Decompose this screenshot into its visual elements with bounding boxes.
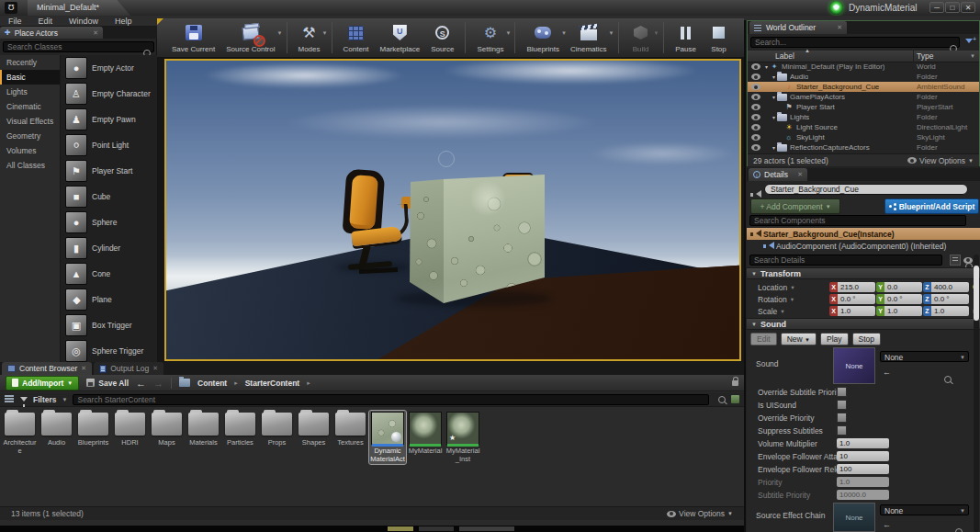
stop-button[interactable]: Stop [703, 21, 736, 55]
search-assets-input[interactable] [73, 394, 709, 405]
visibility-eye-icon[interactable] [751, 144, 760, 151]
category-lights[interactable]: Lights [0, 85, 60, 99]
actor-name-field[interactable] [764, 184, 968, 195]
place-item-sphere[interactable]: ●Sphere [61, 209, 157, 235]
chevron-down-icon[interactable]: ▼ [505, 30, 511, 36]
asset-mymaterial[interactable]: MyMaterial [407, 411, 444, 455]
menu-edit[interactable]: Edit [39, 17, 53, 26]
browse-icon[interactable] [955, 528, 963, 532]
place-item-player-start[interactable]: ⚑Player Start [61, 158, 157, 184]
forward-arrow-icon[interactable]: → [153, 377, 163, 390]
search-components-input[interactable] [749, 215, 966, 226]
folder-shapes[interactable]: Shapes [296, 411, 332, 447]
folder-architecture[interactable]: Architecture [2, 411, 38, 455]
new-button[interactable]: New ▼ [781, 333, 817, 345]
folder-materials[interactable]: Materials [186, 411, 221, 447]
envelope-release-field[interactable]: 100 [837, 464, 889, 474]
save-search-icon[interactable] [731, 395, 739, 403]
checkbox[interactable] [837, 387, 847, 397]
custom-filter-icon[interactable] [963, 37, 976, 48]
category-visual-effects[interactable]: Visual Effects [0, 114, 60, 129]
chevron-down-icon[interactable]: ▼ [277, 30, 283, 36]
visibility-eye-icon[interactable] [751, 84, 760, 90]
column-options-icon[interactable]: ▼ [970, 53, 975, 59]
scale-x-field[interactable]: X1.0 [829, 306, 875, 316]
use-selected-arrow-icon[interactable]: ← [883, 368, 891, 377]
details-tab[interactable]: i Details ✕ [749, 168, 807, 181]
place-item-empty-pawn[interactable]: ♟Empty Pawn [61, 107, 157, 132]
place-item-empty-character[interactable]: ♙Empty Character [61, 81, 157, 107]
cinematics-button[interactable]: Cinematics▼ [565, 21, 613, 55]
sound-section-header[interactable]: ▼Sound [747, 318, 980, 330]
folder-props[interactable]: Props [259, 411, 295, 447]
place-item-sphere-trigger[interactable]: ◎Sphere Trigger [61, 338, 157, 364]
sound-thumbnail[interactable]: None [833, 347, 875, 384]
scrollbar-thumb[interactable] [974, 266, 979, 321]
visibility-eye-icon[interactable] [751, 94, 760, 100]
edit-button[interactable]: Edit [750, 333, 777, 345]
restore-button[interactable]: □ [945, 2, 960, 13]
use-selected-arrow-icon[interactable]: ← [883, 520, 891, 529]
folder-hdri[interactable]: HDRI [112, 411, 148, 447]
level-tab[interactable]: Minimal_Default* [28, 0, 130, 16]
close-button[interactable]: ✕ [961, 2, 975, 13]
breadcrumb-chevron-icon[interactable]: ▸ [307, 379, 310, 387]
pause-button[interactable]: Pause [670, 21, 703, 55]
lock-icon[interactable] [732, 380, 738, 386]
outliner-search-input[interactable] [750, 37, 960, 48]
rotation-y-field[interactable]: Y0.0 ° [876, 294, 922, 304]
folder-textures[interactable]: Textures [332, 411, 368, 447]
place-item-cube[interactable]: ■Cube [61, 184, 157, 209]
place-item-box-trigger[interactable]: ▣Box Trigger [61, 312, 157, 338]
folder-particles[interactable]: Particles [222, 411, 258, 447]
checkbox[interactable] [837, 400, 847, 410]
category-all-classes[interactable]: All Classes [0, 158, 60, 173]
visibility-eye-icon[interactable] [751, 134, 760, 141]
category-basic[interactable]: Basic [0, 70, 60, 85]
viewport[interactable] [164, 59, 741, 361]
place-item-point-light[interactable]: ⚪Point Light [61, 132, 157, 158]
menu-file[interactable]: File [8, 17, 22, 26]
component-row-instance[interactable]: Starter_Background_Cue(Instance) [747, 228, 980, 240]
visibility-eye-icon[interactable] [751, 104, 760, 110]
source-effect-chain-dropdown[interactable]: None▼ [880, 504, 969, 515]
category-recently-placed[interactable]: Recently Placed [0, 55, 60, 70]
scale-y-field[interactable]: Y1.0 [876, 306, 922, 316]
close-tab-icon[interactable]: ✕ [152, 365, 158, 372]
folder-audio[interactable]: Audio [39, 411, 74, 447]
view-options-button[interactable]: View Options▼ [907, 156, 974, 165]
outliner-row-starter-background-cue[interactable]: ♪Starter_Background_CueAmbientSound [748, 82, 979, 92]
tab-output-log[interactable]: Output Log✕ [94, 362, 163, 375]
location-x-field[interactable]: X215.0 [829, 282, 875, 292]
volume-multiplier-field[interactable]: 1.0 [837, 438, 889, 448]
envelope-attack-field[interactable]: 10 [837, 451, 889, 461]
transform-section-header[interactable]: ▼Transform [747, 267, 980, 279]
asset-mymaterial-inst[interactable]: ★ MyMaterial_Inst [445, 411, 481, 463]
place-item-empty-actor[interactable]: ●Empty Actor [61, 55, 157, 81]
place-item-plane[interactable]: ◆Plane [61, 287, 157, 312]
chevron-down-icon[interactable]: ▼ [322, 30, 328, 36]
folder-blueprints[interactable]: Blueprints [75, 411, 111, 447]
modes-button[interactable]: ⚒Modes▼ [293, 21, 326, 55]
scale-z-field[interactable]: Z1.0 [923, 306, 969, 316]
outliner-row-audio[interactable]: ▾AudioFolder [748, 72, 979, 82]
back-arrow-icon[interactable]: ← [136, 377, 146, 390]
outliner-row-skylight[interactable]: ☼SkyLightSkyLight [748, 132, 979, 142]
category-geometry[interactable]: Geometry [0, 129, 60, 143]
play-button[interactable]: Play [820, 333, 849, 345]
chevron-down-icon[interactable]: ▼ [62, 397, 68, 402]
chevron-down-icon[interactable]: ▼ [790, 297, 794, 302]
source-effect-chain-thumbnail[interactable]: None [833, 503, 875, 532]
filters-button[interactable]: Filters [33, 395, 57, 404]
blueprint-add-script-button[interactable]: Blueprint/Add Script [884, 198, 979, 214]
close-tab-icon[interactable]: ✕ [797, 171, 803, 178]
title-bar[interactable]: Ʊ Minimal_Default* DynamicMaterial ─ □ ✕ [0, 0, 980, 17]
category-volumes[interactable]: Volumes [0, 143, 60, 158]
add-component-button[interactable]: + Add Component▼ [750, 198, 840, 214]
add-import-button[interactable]: Add/Import▼ [6, 376, 79, 391]
checkbox[interactable] [837, 413, 847, 423]
outliner-row-world[interactable]: ▾✦Minimal_Default (Play In Editor)World [748, 62, 979, 72]
place-item-cylinder[interactable]: ▮Cylinder [61, 235, 157, 261]
rotation-z-field[interactable]: Z0.0 ° [923, 294, 969, 304]
folder-maps[interactable]: Maps [149, 411, 185, 447]
